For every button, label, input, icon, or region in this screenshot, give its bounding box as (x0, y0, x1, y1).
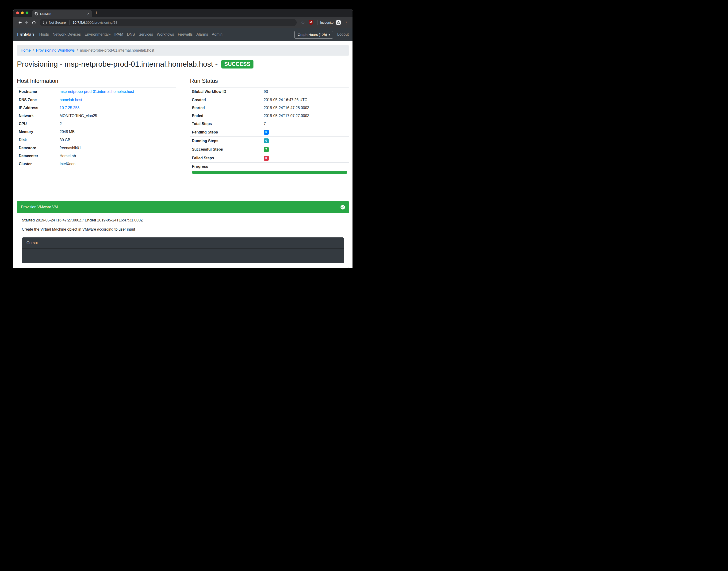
tab-title: LabMan (40, 12, 85, 15)
security-label: Not Secure (49, 21, 66, 24)
ublock-extension-icon[interactable]: uO (309, 20, 313, 25)
step-card-provision-vmware-vm: Provision VMware VM Started 2019-05-24T1… (17, 201, 349, 268)
incognito-label: Incognito (320, 21, 333, 24)
window-zoom-button[interactable] (25, 11, 28, 14)
hostname-link[interactable]: msp-netprobe-prod-01.internal.homelab.ho… (60, 90, 134, 94)
breadcrumb-workflows-link[interactable]: Provisioning Workflows (36, 48, 75, 52)
forward-icon[interactable] (23, 19, 30, 26)
progress-bar (192, 171, 347, 174)
logout-link[interactable]: Logout (337, 32, 349, 36)
host-information-heading: Host Information (17, 78, 176, 85)
page-content: Home/Provisioning Workflows/msp-netprobe… (13, 41, 352, 268)
traffic-lights (16, 11, 28, 14)
browser-menu-icon[interactable]: ⋮ (341, 20, 350, 25)
new-tab-button[interactable]: + (92, 10, 101, 15)
step-card-header[interactable]: Provision VMware VM (17, 201, 349, 213)
tab-close-icon[interactable]: ✕ (87, 12, 90, 15)
nav-item-services[interactable]: Services (137, 32, 155, 36)
pending-steps-badge: 0 (264, 130, 269, 135)
browser-toolbar: Not Secure 10.7.5.6:3000/provisioning/93… (13, 17, 352, 28)
step-started-value: 2019-05-24T16:47:27.000Z (36, 218, 82, 222)
summary-columns: Host Information Hostnamemsp-netprobe-pr… (17, 78, 349, 176)
run-status-table: Global Workflow ID93 Created2019-05-24 1… (190, 88, 349, 176)
page-title-text: Provisioning - msp-netprobe-prod-01.inte… (17, 60, 218, 69)
url-divider (69, 20, 70, 25)
chevron-down-icon: ▾ (109, 33, 111, 36)
navbar-brand[interactable]: LabMan (17, 32, 34, 37)
disk-value: 30 GB (58, 136, 176, 144)
status-badge: SUCCESS (221, 60, 253, 69)
nav-item-admin[interactable]: Admin (210, 32, 224, 36)
page-title: Provisioning - msp-netprobe-prod-01.inte… (17, 60, 349, 69)
browser-window: LabMan ✕ + Not Secure 10.7.5.6:3000/prov… (13, 9, 352, 268)
run-status-section: Run Status Global Workflow ID93 Created2… (190, 78, 349, 176)
url-path: :3000/provisioning/93 (85, 21, 117, 24)
table-row: IP Address10.7.25.253 (17, 104, 176, 112)
url-host: 10.7.5.6 (73, 21, 85, 24)
progress-label: Progress (192, 164, 208, 168)
table-row: CPU2 (17, 120, 176, 128)
graph-hours-dropdown[interactable]: Graph Hours (12h) ▾ (295, 31, 333, 38)
browser-tab[interactable]: LabMan ✕ (32, 10, 92, 17)
step-timing: Started 2019-05-24T16:47:27.000Z / Ended… (22, 218, 344, 222)
back-icon[interactable] (16, 19, 23, 26)
breadcrumb-home-link[interactable]: Home (21, 48, 31, 52)
nav-item-dns[interactable]: DNS (125, 32, 137, 36)
check-circle-icon (340, 205, 345, 210)
incognito-icon (336, 20, 341, 25)
table-row: Global Workflow ID93 (190, 88, 349, 96)
step-title: Provision VMware VM (21, 205, 58, 210)
nav-item-hosts[interactable]: Hosts (37, 32, 51, 36)
ended-value: 2019-05-24T17:07:27.000Z (262, 112, 349, 120)
chevron-down-icon: ▾ (329, 33, 330, 36)
dns-zone-link[interactable]: homelab.host. (60, 98, 83, 102)
window-minimize-button[interactable] (21, 11, 24, 14)
tab-strip: LabMan ✕ + (13, 9, 352, 17)
bookmark-star-icon[interactable]: ☆ (299, 20, 307, 25)
progress-bar-fill (192, 171, 347, 174)
step-card-body: Started 2019-05-24T16:47:27.000Z / Ended… (17, 213, 349, 268)
table-row: Memory2048 MB (17, 128, 176, 136)
nav-item-network-devices[interactable]: Network Devices (51, 32, 83, 36)
cpu-value: 2 (58, 120, 176, 128)
created-value: 2019-05-24 16:47:26 UTC (262, 96, 349, 104)
output-panel-body (22, 249, 344, 263)
table-row: DNS Zonehomelab.host. (17, 96, 176, 104)
datacenter-value: HomeLab (58, 152, 176, 160)
url-bar[interactable]: Not Secure 10.7.5.6:3000/provisioning/93 (40, 19, 297, 26)
ip-address-link[interactable]: 10.7.25.253 (60, 106, 80, 110)
memory-value: 2048 MB (58, 128, 176, 136)
run-status-heading: Run Status (190, 78, 349, 85)
step-ended-value: 2019-05-24T16:47:31.000Z (97, 218, 143, 222)
datastore-value: freenasblk01 (58, 144, 176, 152)
progress-row: Progress (190, 162, 349, 176)
window-close-button[interactable] (16, 11, 19, 14)
nav-item-workflows[interactable]: Workflows (155, 32, 176, 36)
running-steps-badge: 0 (264, 138, 269, 143)
nav-item-firewalls[interactable]: Firewalls (176, 32, 195, 36)
table-row: Failed Steps0 (190, 154, 349, 162)
started-value: 2019-05-24T16:47:28.000Z (262, 104, 349, 112)
nav-item-alarms[interactable]: Alarms (195, 32, 210, 36)
table-row: NetworkMONITORING_vlan25 (17, 112, 176, 120)
network-value: MONITORING_vlan25 (58, 112, 176, 120)
host-information-section: Host Information Hostnamemsp-netprobe-pr… (17, 78, 176, 176)
breadcrumb-separator: / (33, 48, 34, 52)
workflow-id-value: 93 (262, 88, 349, 96)
host-information-table: Hostnamemsp-netprobe-prod-01.internal.ho… (17, 88, 176, 168)
table-row: ClusterIntelXeon (17, 160, 176, 168)
table-row: Started2019-05-24T16:47:28.000Z (190, 104, 349, 112)
nav-item-environmental[interactable]: Environmental▾ (83, 32, 112, 36)
info-icon[interactable] (43, 21, 47, 25)
table-row: Created2019-05-24 16:47:26 UTC (190, 96, 349, 104)
table-row: DatacenterHomeLab (17, 152, 176, 160)
cluster-value: IntelXeon (58, 160, 176, 168)
timing-separator: / (83, 218, 84, 222)
globe-favicon-icon (34, 12, 38, 15)
successful-steps-badge: 7 (264, 147, 269, 152)
nav-item-ipam[interactable]: IPAM (112, 32, 125, 36)
step-description: Create the Virtual Machine object in VMw… (22, 227, 344, 232)
table-row: Ended2019-05-24T17:07:27.000Z (190, 112, 349, 120)
reload-icon[interactable] (30, 19, 37, 26)
output-panel-header: Output (22, 237, 344, 249)
